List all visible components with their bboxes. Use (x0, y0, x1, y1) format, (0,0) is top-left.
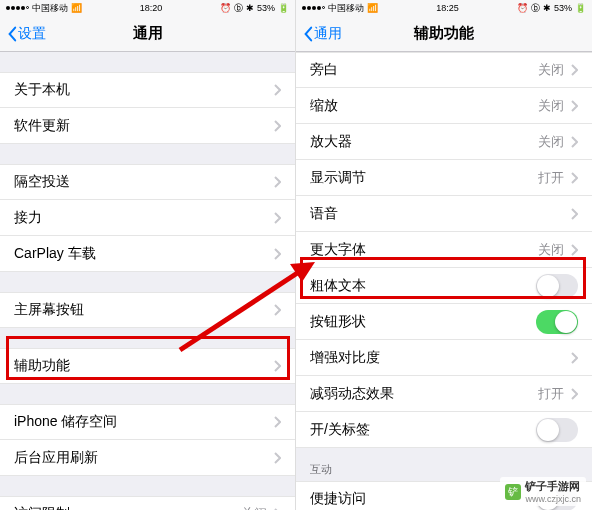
row-5[interactable]: 更大字体关闭 (296, 232, 592, 268)
row-10[interactable]: 开/关标签 (296, 412, 592, 448)
chevron-right-icon (273, 304, 281, 316)
chevron-right-icon (273, 84, 281, 96)
chevron-right-icon (273, 176, 281, 188)
battery-label: 53% (257, 3, 275, 13)
row-background-refresh[interactable]: 后台应用刷新 (0, 440, 295, 476)
row-1[interactable]: 缩放关闭 (296, 88, 592, 124)
row-4[interactable]: 语音 (296, 196, 592, 232)
chevron-right-icon (273, 360, 281, 372)
row-storage[interactable]: iPhone 储存空间 (0, 404, 295, 440)
status-bar: 中国移动 📶 18:20 ⏰ⓑ✱53%🔋 (0, 0, 295, 16)
logo-icon: 铲 (505, 484, 521, 500)
row-airdrop[interactable]: 隔空投送 (0, 164, 295, 200)
chevron-right-icon (570, 100, 578, 112)
carrier-label: 中国移动 (32, 2, 68, 15)
nav-bar: 设置 通用 (0, 16, 295, 52)
row-8[interactable]: 增强对比度 (296, 340, 592, 376)
chevron-right-icon (570, 136, 578, 148)
nav-bar: 通用 辅助功能 (296, 16, 592, 52)
watermark: 铲 铲子手游网 www.czjxjc.cn (500, 477, 586, 506)
row-carplay[interactable]: CarPlay 车载 (0, 236, 295, 272)
row-9[interactable]: 减弱动态效果打开 (296, 376, 592, 412)
battery-label: 53% (554, 3, 572, 13)
carrier-label: 中国移动 (328, 2, 364, 15)
row-3[interactable]: 显示调节打开 (296, 160, 592, 196)
chevron-right-icon (273, 416, 281, 428)
row-6[interactable]: 粗体文本 (296, 268, 592, 304)
status-bar: 中国移动 📶 18:25 ⏰ⓑ✱53%🔋 (296, 0, 592, 16)
clock: 18:20 (140, 3, 163, 13)
row-handoff[interactable]: 接力 (0, 200, 295, 236)
back-label: 设置 (18, 25, 46, 43)
chevron-right-icon (273, 212, 281, 224)
row-accessibility[interactable]: 辅助功能 (0, 348, 295, 384)
chevron-right-icon (273, 120, 281, 132)
back-button[interactable]: 通用 (302, 25, 342, 43)
chevron-right-icon (570, 388, 578, 400)
row-home-button[interactable]: 主屏幕按钮 (0, 292, 295, 328)
row-software-update[interactable]: 软件更新 (0, 108, 295, 144)
row-restrictions[interactable]: 访问限制关闭 (0, 496, 295, 510)
toggle-switch[interactable] (536, 274, 578, 298)
toggle-switch[interactable] (536, 310, 578, 334)
chevron-right-icon (570, 64, 578, 76)
chevron-right-icon (570, 172, 578, 184)
chevron-right-icon (570, 352, 578, 364)
chevron-right-icon (570, 244, 578, 256)
screen-accessibility: 中国移动 📶 18:25 ⏰ⓑ✱53%🔋 通用 辅助功能 旁白关闭缩放关闭放大器… (296, 0, 592, 510)
row-2[interactable]: 放大器关闭 (296, 124, 592, 160)
row-0[interactable]: 旁白关闭 (296, 52, 592, 88)
back-label: 通用 (314, 25, 342, 43)
chevron-right-icon (273, 452, 281, 464)
chevron-right-icon (273, 248, 281, 260)
back-button[interactable]: 设置 (6, 25, 46, 43)
row-about[interactable]: 关于本机 (0, 72, 295, 108)
row-7[interactable]: 按钮形状 (296, 304, 592, 340)
screen-general: 中国移动 📶 18:20 ⏰ⓑ✱53%🔋 设置 通用 关于本机 软件更新 隔空投… (0, 0, 296, 510)
toggle-switch[interactable] (536, 418, 578, 442)
chevron-right-icon (570, 208, 578, 220)
clock: 18:25 (436, 3, 459, 13)
